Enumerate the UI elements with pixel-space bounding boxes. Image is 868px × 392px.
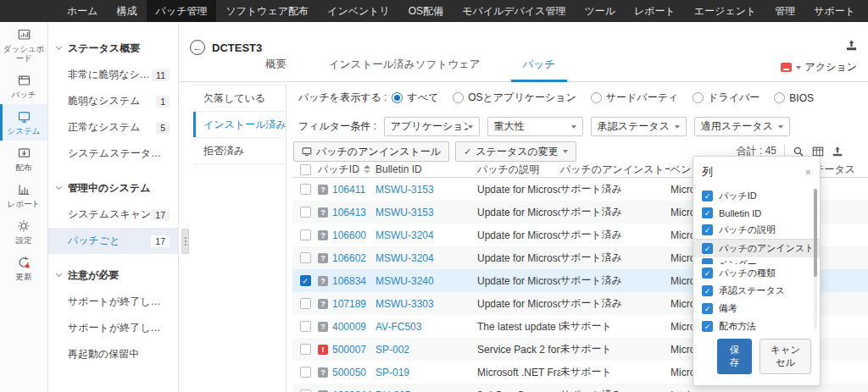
patch-type-radio[interactable]: BIOS xyxy=(774,92,814,104)
sidebar-nav-item[interactable]: 脆弱なシステム 1 xyxy=(48,88,178,114)
top-nav-item[interactable]: ツール xyxy=(575,0,625,22)
top-nav-item[interactable]: パッチ管理 xyxy=(147,0,217,22)
column-header-patch-id[interactable]: パッチID xyxy=(318,163,376,175)
bulletin-id-link[interactable]: MSWU-3240 xyxy=(376,275,477,287)
export-icon[interactable] xyxy=(832,146,843,157)
actions-menu[interactable]: アクション xyxy=(781,60,857,75)
sidebar-item-deploy[interactable]: 配布 xyxy=(0,141,47,177)
bulletin-id-link[interactable]: SP-019 xyxy=(376,367,477,378)
column-checkbox[interactable] xyxy=(702,258,713,264)
top-nav-item[interactable]: レポート xyxy=(625,0,685,22)
column-option[interactable]: 備考 xyxy=(693,300,820,317)
sidebar-item-update[interactable]: 更新 xyxy=(0,250,47,286)
row-checkbox[interactable] xyxy=(300,252,311,263)
sidebar-nav-item[interactable]: 非常に脆弱なシステム 11 xyxy=(48,62,178,88)
bulletin-id-link[interactable]: MSWU-3204 xyxy=(376,229,477,241)
column-option[interactable]: 配布方法 xyxy=(693,317,820,332)
bulletin-id-link[interactable]: AV-FC503 xyxy=(376,321,477,333)
sidebar-nav-item[interactable]: パッチごと 17 xyxy=(48,228,178,254)
cancel-button[interactable]: キャンセル xyxy=(760,339,811,374)
column-checkbox[interactable] xyxy=(702,243,713,254)
column-header-description[interactable]: パッチの説明 xyxy=(477,163,560,175)
column-checkbox[interactable] xyxy=(702,321,713,332)
column-header-bulletin-id[interactable]: Bulletin ID xyxy=(376,163,477,175)
sidebar-item-dashboard[interactable]: ダッシュボード xyxy=(0,22,47,68)
sidebar-nav-item[interactable]: サポートが終了したレガシー... xyxy=(48,315,178,341)
column-checkbox[interactable] xyxy=(702,268,713,279)
section-title[interactable]: 管理中のシステム xyxy=(48,177,178,202)
bulletin-id-link[interactable]: DU-005 xyxy=(376,389,477,392)
row-checkbox[interactable] xyxy=(300,344,311,355)
uninstall-patch-button[interactable]: パッチのアンインストール xyxy=(293,141,449,162)
column-header-uninstall[interactable]: パッチのアンインストール xyxy=(560,163,670,175)
row-checkbox[interactable] xyxy=(300,321,311,332)
top-nav-item[interactable]: サポート xyxy=(804,0,865,22)
column-option[interactable]: ベンダー xyxy=(693,257,820,264)
patch-subtab[interactable]: 欠落している xyxy=(193,86,286,112)
top-nav-item[interactable]: 管理 xyxy=(765,0,804,22)
row-checkbox[interactable] xyxy=(300,275,311,286)
main-tab[interactable]: 概要 xyxy=(253,58,298,82)
column-option[interactable]: パッチID xyxy=(693,187,820,205)
bulletin-id-link[interactable]: MSWU-3204 xyxy=(376,252,477,264)
column-checkbox[interactable] xyxy=(702,285,713,296)
row-checkbox[interactable] xyxy=(300,367,311,378)
top-nav-item[interactable]: インベントリ xyxy=(318,0,399,22)
column-checkbox[interactable] xyxy=(702,303,713,314)
patch-id-link[interactable]: 106411 xyxy=(332,184,365,196)
patch-type-radio[interactable]: OSとアプリケーション xyxy=(453,91,576,105)
row-checkbox[interactable] xyxy=(300,298,311,309)
change-status-button[interactable]: ✓ ステータスの変更 xyxy=(455,141,576,162)
main-tab[interactable]: インストール済みソフトウェア xyxy=(317,58,492,82)
patch-type-radio[interactable]: ドライバー xyxy=(693,91,760,105)
filter-dropdown[interactable]: 適用ステータス xyxy=(694,117,790,136)
patch-id-link[interactable]: 106413 xyxy=(332,207,366,218)
sidebar-nav-item[interactable]: サポートが終了した Window... xyxy=(48,289,178,315)
scrollbar-thumb[interactable] xyxy=(814,189,817,277)
patch-id-link[interactable]: 107189 xyxy=(332,298,366,310)
bulletin-id-link[interactable]: SP-002 xyxy=(376,344,477,356)
column-option[interactable]: パッチの種類 xyxy=(693,264,820,282)
patch-id-link[interactable]: 1303644 xyxy=(332,389,372,392)
patch-id-link[interactable]: 500050 xyxy=(332,367,366,378)
section-title[interactable]: 注意が必要 xyxy=(48,264,178,289)
column-checkbox[interactable] xyxy=(702,224,713,235)
column-option[interactable]: Bulletin ID xyxy=(693,205,820,221)
column-option[interactable]: パッチの説明 xyxy=(693,221,820,239)
row-checkbox[interactable] xyxy=(300,184,311,195)
patch-id-link[interactable]: 400009 xyxy=(332,321,366,333)
sidebar-nav-item[interactable]: 再起動の保留中 xyxy=(48,341,178,367)
column-checkbox[interactable] xyxy=(702,207,713,218)
export-icon[interactable] xyxy=(845,39,858,52)
sidebar-item-report[interactable]: レポート xyxy=(0,177,47,213)
top-nav-item[interactable]: エージェント xyxy=(685,0,765,22)
filter-dropdown[interactable]: アプリケーション xyxy=(384,117,480,136)
patch-subtab[interactable]: インストール済み xyxy=(193,112,286,138)
close-icon[interactable]: × xyxy=(804,167,811,178)
bulletin-id-link[interactable]: MSWU-3303 xyxy=(376,298,477,310)
patch-id-link[interactable]: 106602 xyxy=(332,252,366,264)
top-nav-item[interactable]: ソフトウェア配布 xyxy=(216,0,318,22)
filter-dropdown[interactable]: 承認ステータス xyxy=(591,117,687,136)
row-checkbox[interactable] xyxy=(300,229,311,240)
top-nav-item[interactable]: OS配備 xyxy=(399,0,453,22)
column-option[interactable]: パッチのアンインストール xyxy=(693,239,820,257)
sort-icon[interactable] xyxy=(364,165,370,174)
column-checkbox[interactable] xyxy=(702,190,713,202)
filter-dropdown[interactable]: 重大性 xyxy=(487,117,583,136)
patch-id-link[interactable]: 500007 xyxy=(332,344,366,356)
top-nav-item[interactable]: ••• xyxy=(865,0,868,22)
sidebar-nav-item[interactable]: システムスキャン 17 xyxy=(48,202,178,228)
bulletin-id-link[interactable]: MSWU-3153 xyxy=(376,184,477,196)
save-button[interactable]: 保存 xyxy=(717,339,752,374)
patch-id-link[interactable]: 106834 xyxy=(332,275,366,287)
top-nav-item[interactable]: モバイルデバイス管理 xyxy=(453,0,575,22)
sidebar-item-system[interactable]: システム xyxy=(0,104,47,141)
patch-subtab[interactable]: 拒否済み xyxy=(193,138,286,164)
row-checkbox[interactable] xyxy=(300,207,311,218)
patch-id-link[interactable]: 106600 xyxy=(332,229,366,241)
select-all-checkbox[interactable] xyxy=(300,164,311,175)
top-nav-item[interactable]: ホーム xyxy=(58,0,108,22)
bulletin-id-link[interactable]: MSWU-3153 xyxy=(376,207,477,218)
main-tab[interactable]: パッチ xyxy=(511,58,567,82)
